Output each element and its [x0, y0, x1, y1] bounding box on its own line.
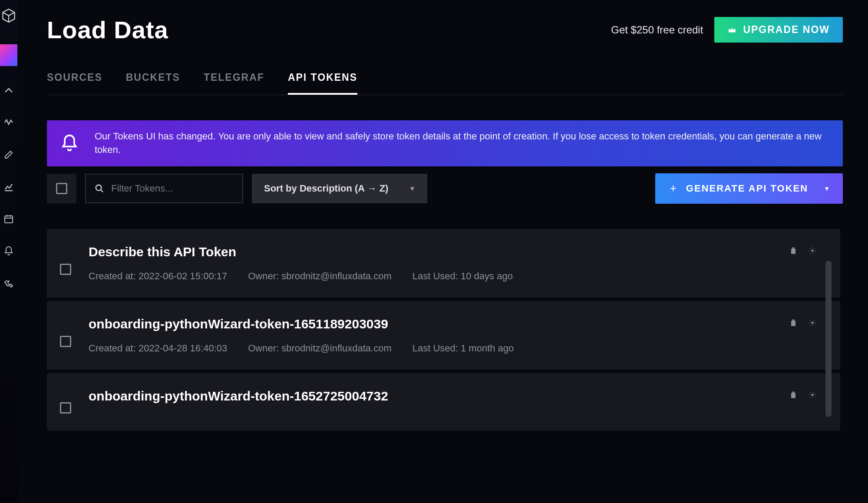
token-body: onboarding-pythonWizard-token-1652725004…	[89, 389, 789, 415]
banner-text: Our Tokens UI has changed. You are only …	[95, 130, 827, 157]
sidebar-item-chart[interactable]	[1, 179, 17, 195]
sort-select[interactable]: Sort by Description (A → Z) ▼	[252, 174, 427, 203]
token-name[interactable]: Describe this API Token	[89, 245, 789, 259]
bell-icon	[60, 134, 79, 153]
sidebar-item-wrench[interactable]	[1, 275, 17, 291]
sort-label: Sort by Description (A → Z)	[264, 183, 388, 194]
svg-point-12	[812, 321, 814, 324]
sidebar-item-bell[interactable]	[1, 243, 17, 259]
tab-sources[interactable]: SOURCES	[47, 72, 102, 95]
token-created-at: Created at: 2022-06-02 15:00:17	[89, 271, 227, 282]
gear-icon[interactable]	[808, 318, 817, 327]
token-list: Describe this API TokenCreated at: 2022-…	[47, 229, 843, 430]
token-name[interactable]: onboarding-pythonWizard-token-1652725004…	[89, 389, 789, 404]
token-owner: Owner: sbrodnitz@influxdata.com	[248, 343, 391, 354]
token-owner: Owner: sbrodnitz@influxdata.com	[248, 271, 391, 282]
generate-api-token-button[interactable]: + GENERATE API TOKEN ▼	[655, 173, 843, 204]
filter-tokens-input[interactable]	[111, 183, 234, 194]
chevron-down-icon: ▼	[824, 185, 831, 192]
sidebar-item-up-arrow[interactable]	[1, 83, 17, 98]
token-last-used: Last Used: 10 days ago	[413, 271, 513, 282]
token-actions	[789, 246, 817, 255]
controls-row: Sort by Description (A → Z) ▼ + GENERATE…	[47, 173, 843, 204]
svg-point-13	[812, 394, 814, 396]
search-icon	[95, 184, 104, 193]
tab-buckets[interactable]: BUCKETS	[126, 72, 180, 95]
svg-rect-5	[5, 216, 13, 223]
sidebar-item-activity[interactable]	[1, 115, 17, 130]
checkbox-icon	[60, 336, 71, 347]
credit-text: Get $250 free credit	[611, 24, 703, 36]
token-checkbox[interactable]	[60, 402, 71, 414]
token-actions	[789, 390, 817, 399]
token-created-at: Created at: 2022-04-28 16:40:03	[89, 343, 227, 354]
svg-line-2	[9, 13, 15, 16]
svg-line-1	[3, 13, 9, 16]
scrollbar-thumb[interactable]	[825, 261, 832, 417]
generate-label: GENERATE API TOKEN	[686, 183, 808, 194]
trash-icon[interactable]	[789, 390, 798, 399]
sidebar-accent[interactable]	[0, 44, 17, 66]
tab-telegraf[interactable]: TELEGRAF	[204, 72, 264, 95]
token-name[interactable]: onboarding-pythonWizard-token-1651189203…	[89, 317, 789, 331]
checkbox-icon	[60, 264, 71, 275]
tab-api-tokens[interactable]: API TOKENS	[288, 72, 357, 95]
upgrade-label: UPGRADE NOW	[743, 24, 830, 36]
gear-icon[interactable]	[808, 390, 817, 399]
token-meta: Created at: 2022-06-02 15:00:17Owner: sb…	[89, 271, 789, 282]
sidebar	[0, 0, 17, 503]
sidebar-item-calendar[interactable]	[1, 211, 17, 227]
checkbox-icon	[60, 402, 71, 414]
upgrade-button[interactable]: UPGRADE NOW	[714, 17, 843, 43]
trash-icon[interactable]	[789, 318, 798, 327]
select-all-checkbox[interactable]	[47, 174, 76, 203]
filter-input-wrap	[85, 174, 243, 203]
page-title: Load Data	[47, 16, 168, 44]
svg-line-10	[101, 189, 103, 192]
token-actions	[789, 318, 817, 327]
main-content: Load Data Get $250 free credit UPGRADE N…	[17, 0, 868, 503]
token-last-used: Last Used: 1 month ago	[413, 343, 514, 354]
trash-icon[interactable]	[789, 246, 798, 255]
svg-point-11	[812, 249, 814, 252]
chevron-down-icon: ▼	[409, 185, 415, 192]
tabs: SOURCESBUCKETSTELEGRAFAPI TOKENS	[47, 72, 843, 95]
info-banner: Our Tokens UI has changed. You are only …	[47, 120, 843, 166]
token-checkbox[interactable]	[60, 336, 71, 347]
token-body: Describe this API TokenCreated at: 2022-…	[89, 245, 789, 282]
plus-icon: +	[670, 182, 677, 195]
token-row[interactable]: onboarding-pythonWizard-token-1652725004…	[47, 373, 840, 430]
token-body: onboarding-pythonWizard-token-1651189203…	[89, 317, 789, 354]
crown-icon	[727, 25, 737, 35]
logo-icon[interactable]	[1, 8, 17, 23]
gear-icon[interactable]	[808, 246, 817, 255]
token-checkbox[interactable]	[60, 264, 71, 275]
header: Load Data Get $250 free credit UPGRADE N…	[47, 16, 843, 44]
checkbox-icon	[56, 183, 67, 194]
sidebar-item-edit[interactable]	[1, 147, 17, 162]
token-meta: Created at: 2022-04-28 16:40:03Owner: sb…	[89, 343, 789, 354]
token-row[interactable]: Describe this API TokenCreated at: 2022-…	[47, 229, 840, 298]
token-row[interactable]: onboarding-pythonWizard-token-1651189203…	[47, 301, 840, 370]
svg-point-9	[96, 185, 102, 190]
header-right: Get $250 free credit UPGRADE NOW	[611, 17, 843, 43]
